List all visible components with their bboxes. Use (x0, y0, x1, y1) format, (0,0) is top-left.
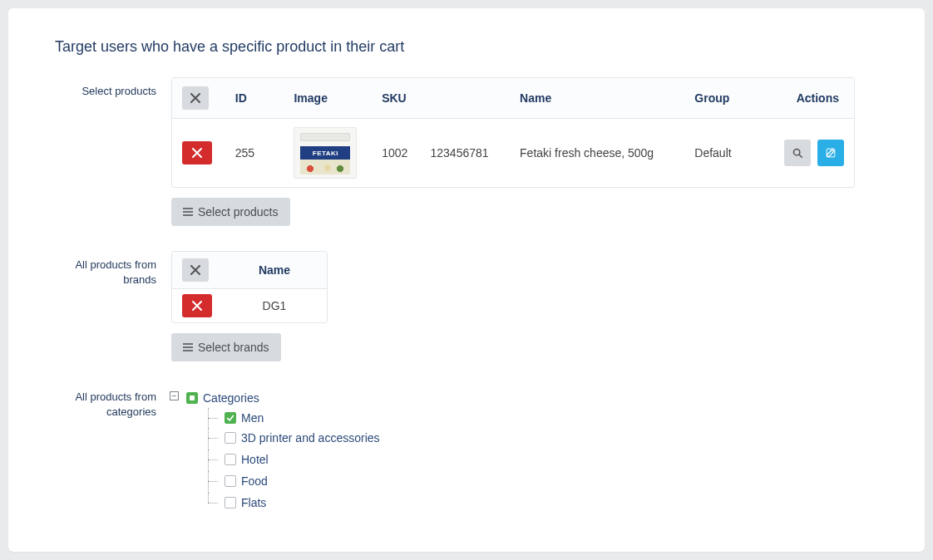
clear-brands-button[interactable] (182, 258, 209, 282)
view-product-button[interactable] (784, 140, 811, 166)
menu-icon (183, 206, 193, 218)
close-icon (192, 148, 202, 158)
tree-checkbox[interactable] (225, 454, 236, 465)
cell-sku: 1002 (382, 146, 407, 160)
panel: Target users who have a specific product… (8, 8, 925, 552)
categories-tree: − Categories (171, 386, 878, 514)
th-id: ID (225, 78, 284, 119)
label-brands: All products from brands (55, 251, 171, 287)
th-brand-name: Name (222, 252, 327, 289)
th-name: Name (510, 78, 684, 119)
tree-node-root[interactable]: Categories (203, 388, 259, 408)
tree-checkbox[interactable] (225, 412, 236, 424)
brands-table: Name DG1 (171, 251, 328, 323)
label-categories: All products from categories (55, 386, 171, 420)
tree-checkbox-root[interactable] (186, 392, 198, 404)
tree-checkbox[interactable] (225, 497, 236, 508)
page-title: Target users who have a specific product… (55, 38, 878, 56)
products-table: ID Image SKU Name Group Actions (171, 77, 855, 188)
close-icon (190, 265, 200, 275)
tree-node[interactable]: Men (241, 408, 264, 428)
table-row: 255 FETAKI 1002 (172, 119, 854, 187)
clear-products-button[interactable] (182, 86, 209, 110)
magnifier-icon (792, 147, 803, 159)
tree-node[interactable]: Flats (241, 493, 266, 513)
product-image-brand-text: FETAKI (300, 146, 350, 160)
tree-toggle[interactable]: − (170, 391, 179, 400)
edit-icon (825, 147, 837, 159)
cell-group: Default (684, 119, 774, 187)
tree-node[interactable]: Hotel (241, 449, 269, 469)
th-group: Group (684, 78, 774, 119)
cell-brand-name: DG1 (222, 289, 327, 322)
product-image: FETAKI (294, 127, 357, 179)
cell-name: Fetaki fresh cheese, 500g (510, 119, 684, 187)
svg-rect-2 (827, 149, 835, 157)
th-image: Image (284, 78, 372, 119)
tree-checkbox[interactable] (225, 432, 236, 444)
label-select-products: Select products (55, 77, 171, 99)
svg-line-1 (799, 155, 802, 157)
check-icon (226, 414, 234, 422)
select-products-button[interactable]: Select products (171, 198, 290, 226)
remove-product-button[interactable] (182, 141, 212, 165)
tree-checkbox[interactable] (225, 475, 236, 487)
row-brands: All products from brands (55, 251, 878, 361)
table-row: DG1 (172, 289, 327, 322)
tree-node[interactable]: 3D printer and accessories (241, 428, 380, 448)
select-products-button-label: Select products (198, 206, 279, 218)
menu-icon (183, 341, 193, 353)
edit-product-button[interactable] (817, 140, 844, 166)
row-categories: All products from categories − Categorie… (55, 386, 878, 514)
row-select-products: Select products (55, 77, 878, 226)
cell-barcode: 123456781 (431, 146, 489, 160)
close-icon (190, 93, 200, 103)
cell-id: 255 (225, 119, 284, 187)
tree-node[interactable]: Food (241, 471, 268, 491)
th-sku: SKU (372, 78, 510, 119)
remove-brand-button[interactable] (182, 294, 212, 317)
close-icon (192, 301, 202, 311)
th-actions: Actions (774, 78, 854, 119)
select-brands-button-label: Select brands (198, 341, 269, 353)
select-brands-button[interactable]: Select brands (171, 333, 281, 361)
